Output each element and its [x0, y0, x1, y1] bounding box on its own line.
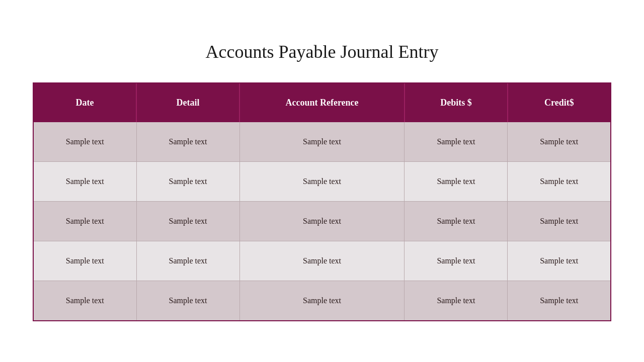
- header-row: DateDetailAccount ReferenceDebits $Credi…: [34, 83, 610, 122]
- table-cell: Sample text: [508, 241, 610, 281]
- table-cell: Sample text: [239, 161, 405, 201]
- table-cell: Sample text: [508, 281, 610, 320]
- table-cell: Sample text: [508, 201, 610, 241]
- table-cell: Sample text: [34, 201, 136, 241]
- table-cell: Sample text: [34, 122, 136, 162]
- column-header: Credit$: [508, 83, 610, 122]
- table-body: Sample textSample textSample textSample …: [34, 122, 610, 320]
- column-header: Account Reference: [239, 83, 405, 122]
- table-cell: Sample text: [136, 122, 239, 162]
- table-cell: Sample text: [239, 122, 405, 162]
- table-cell: Sample text: [508, 161, 610, 201]
- table-cell: Sample text: [405, 241, 508, 281]
- table-cell: Sample text: [239, 201, 405, 241]
- table-cell: Sample text: [239, 281, 405, 320]
- column-header: Debits $: [405, 83, 508, 122]
- journal-table: DateDetailAccount ReferenceDebits $Credi…: [34, 83, 610, 320]
- table-cell: Sample text: [136, 241, 239, 281]
- table-cell: Sample text: [136, 201, 239, 241]
- table-cell: Sample text: [508, 122, 610, 162]
- table-cell: Sample text: [405, 161, 508, 201]
- table-cell: Sample text: [34, 241, 136, 281]
- table-cell: Sample text: [405, 201, 508, 241]
- table-row: Sample textSample textSample textSample …: [34, 201, 610, 241]
- table-cell: Sample text: [405, 122, 508, 162]
- table-row: Sample textSample textSample textSample …: [34, 122, 610, 162]
- table-cell: Sample text: [136, 281, 239, 320]
- table-row: Sample textSample textSample textSample …: [34, 241, 610, 281]
- table-cell: Sample text: [34, 161, 136, 201]
- table-cell: Sample text: [405, 281, 508, 320]
- table-cell: Sample text: [34, 281, 136, 320]
- table-cell: Sample text: [136, 161, 239, 201]
- column-header: Detail: [136, 83, 239, 122]
- page-title: Accounts Payable Journal Entry: [206, 41, 439, 62]
- column-header: Date: [34, 83, 136, 122]
- table-row: Sample textSample textSample textSample …: [34, 161, 610, 201]
- table-cell: Sample text: [239, 241, 405, 281]
- journal-table-container: DateDetailAccount ReferenceDebits $Credi…: [33, 82, 611, 321]
- table-row: Sample textSample textSample textSample …: [34, 281, 610, 320]
- table-header: DateDetailAccount ReferenceDebits $Credi…: [34, 83, 610, 122]
